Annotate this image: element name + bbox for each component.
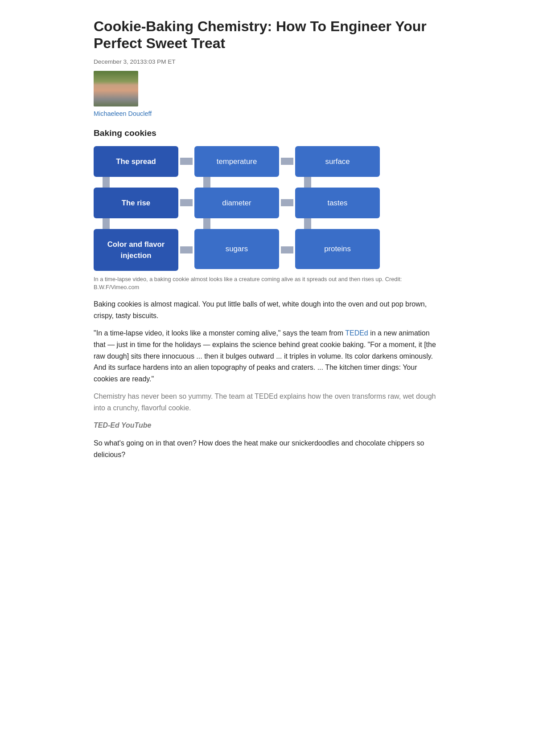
h-connector-1 xyxy=(178,146,194,177)
h-connector-4 xyxy=(279,188,295,218)
diagram-caption: In a time-lapse video, a baking cookie a… xyxy=(94,275,441,291)
box-color-flavor: Color and flavor injection xyxy=(94,229,178,271)
diagram-row-1: The spread temperature surface xyxy=(94,146,380,177)
box-spread: The spread xyxy=(94,146,178,177)
diagram-col-3-3: proteins xyxy=(295,229,380,271)
box-temperature: temperature xyxy=(194,146,279,177)
box-diameter: diameter xyxy=(194,188,279,218)
diagram-col-2-1: The rise xyxy=(94,188,178,218)
h-connector-bar-1 xyxy=(180,158,193,165)
article-title: Cookie-Baking Chemistry: How To Engineer… xyxy=(94,18,441,52)
box-sugars: sugars xyxy=(194,229,279,269)
article-para-5: So what's going on in that oven? How doe… xyxy=(94,437,441,460)
box-rise: The rise xyxy=(94,188,178,218)
v-connector-2-2 xyxy=(203,218,210,229)
h-connector-2 xyxy=(279,146,295,177)
v-connector-2-1 xyxy=(103,218,110,229)
h-connector-bar-5 xyxy=(180,246,193,253)
article-para-1: Baking cookies is almost magical. You pu… xyxy=(94,298,441,321)
h-connector-bar-4 xyxy=(281,199,293,206)
article-para-3: Chemistry has never been so yummy. The t… xyxy=(94,391,441,413)
section-title: Baking cookies xyxy=(94,127,441,140)
v-connector-1-1 xyxy=(103,177,110,188)
diagram-row-3: Color and flavor injection sugars protei… xyxy=(94,229,380,271)
v-connectors-1 xyxy=(94,177,380,188)
diagram-col-2-2: diameter xyxy=(194,188,279,218)
diagram-col-1-1: The spread xyxy=(94,146,178,177)
diagram: The spread temperature surface xyxy=(94,146,441,271)
h-connector-3 xyxy=(178,188,194,218)
author-photo xyxy=(94,71,138,106)
teded-link[interactable]: TEDEd xyxy=(345,329,368,337)
diagram-col-1-3: surface xyxy=(295,146,380,177)
diagram-col-2-3: tastes xyxy=(295,188,380,218)
article-date: December 3, 20133:03 PM ET xyxy=(94,57,441,66)
article-para-2: "In a time-lapse video, it looks like a … xyxy=(94,327,441,384)
h-connector-bar-6 xyxy=(281,246,293,253)
h-connector-bar-3 xyxy=(180,199,193,206)
h-connector-6 xyxy=(279,229,295,271)
diagram-col-3-1: Color and flavor injection xyxy=(94,229,178,271)
v-connectors-2 xyxy=(94,218,380,229)
diagram-col-3-2: sugars xyxy=(194,229,279,271)
diagram-col-1-2: temperature xyxy=(194,146,279,177)
article-para-4: TED-Ed YouTube xyxy=(94,420,441,431)
box-tastes: tastes xyxy=(295,188,380,218)
v-connector-2-3 xyxy=(304,218,311,229)
box-surface: surface xyxy=(295,146,380,177)
v-connector-1-3 xyxy=(304,177,311,188)
diagram-row-2: The rise diameter tastes xyxy=(94,188,380,218)
author-link[interactable]: Michaeleen Doucleff xyxy=(94,109,441,119)
v-connector-1-2 xyxy=(203,177,210,188)
box-proteins: proteins xyxy=(295,229,380,269)
h-connector-5 xyxy=(178,229,194,271)
h-connector-bar-2 xyxy=(281,158,293,165)
